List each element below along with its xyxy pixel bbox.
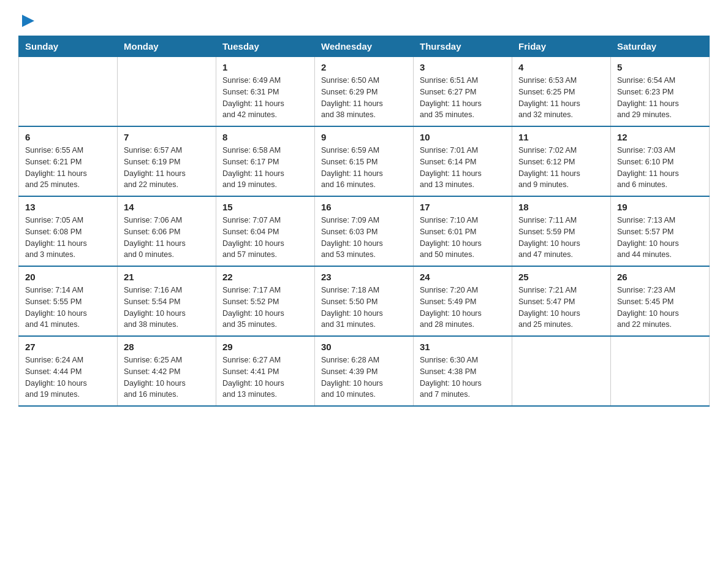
header-monday: Monday	[118, 36, 216, 57]
calendar-cell: 9Sunrise: 6:59 AMSunset: 6:15 PMDaylight…	[315, 126, 414, 196]
day-number: 29	[222, 342, 308, 352]
calendar-cell: 18Sunrise: 7:11 AMSunset: 5:59 PMDayligh…	[512, 196, 611, 266]
day-info: Sunrise: 7:14 AMSunset: 5:55 PMDaylight:…	[25, 285, 111, 331]
logo	[18, 12, 37, 29]
day-number: 17	[420, 202, 506, 212]
day-info: Sunrise: 7:06 AMSunset: 6:06 PMDaylight:…	[124, 215, 210, 261]
day-number: 4	[518, 62, 604, 72]
day-info: Sunrise: 7:20 AMSunset: 5:49 PMDaylight:…	[420, 285, 506, 331]
calendar-cell: 17Sunrise: 7:10 AMSunset: 6:01 PMDayligh…	[414, 196, 512, 266]
calendar-cell: 2Sunrise: 6:50 AMSunset: 6:29 PMDaylight…	[315, 57, 414, 127]
day-number: 10	[420, 132, 506, 142]
calendar-cell: 28Sunrise: 6:25 AMSunset: 4:42 PMDayligh…	[118, 336, 216, 406]
page-header	[18, 12, 710, 29]
day-number: 28	[124, 342, 210, 352]
calendar-cell: 12Sunrise: 7:03 AMSunset: 6:10 PMDayligh…	[611, 126, 710, 196]
day-number: 16	[321, 202, 407, 212]
day-number: 13	[25, 202, 111, 212]
calendar-cell: 11Sunrise: 7:02 AMSunset: 6:12 PMDayligh…	[512, 126, 611, 196]
calendar-cell: 30Sunrise: 6:28 AMSunset: 4:39 PMDayligh…	[315, 336, 414, 406]
calendar-cell: 23Sunrise: 7:18 AMSunset: 5:50 PMDayligh…	[315, 266, 414, 336]
calendar-cell: 6Sunrise: 6:55 AMSunset: 6:21 PMDaylight…	[19, 126, 118, 196]
day-info: Sunrise: 6:30 AMSunset: 4:38 PMDaylight:…	[420, 354, 506, 400]
calendar-cell: 27Sunrise: 6:24 AMSunset: 4:44 PMDayligh…	[19, 336, 118, 406]
day-info: Sunrise: 7:01 AMSunset: 6:14 PMDaylight:…	[420, 145, 506, 191]
day-info: Sunrise: 6:54 AMSunset: 6:23 PMDaylight:…	[617, 75, 703, 121]
day-info: Sunrise: 6:57 AMSunset: 6:19 PMDaylight:…	[124, 145, 210, 191]
day-number: 22	[222, 272, 308, 282]
calendar-cell: 25Sunrise: 7:21 AMSunset: 5:47 PMDayligh…	[512, 266, 611, 336]
day-info: Sunrise: 7:13 AMSunset: 5:57 PMDaylight:…	[617, 215, 703, 261]
day-number: 7	[124, 132, 210, 142]
day-info: Sunrise: 7:23 AMSunset: 5:45 PMDaylight:…	[617, 285, 703, 331]
day-info: Sunrise: 6:24 AMSunset: 4:44 PMDaylight:…	[25, 354, 111, 400]
day-info: Sunrise: 6:53 AMSunset: 6:25 PMDaylight:…	[518, 75, 604, 121]
week-row-5: 27Sunrise: 6:24 AMSunset: 4:44 PMDayligh…	[19, 336, 710, 406]
calendar-cell: 19Sunrise: 7:13 AMSunset: 5:57 PMDayligh…	[611, 196, 710, 266]
calendar-cell: 16Sunrise: 7:09 AMSunset: 6:03 PMDayligh…	[315, 196, 414, 266]
day-number: 15	[222, 202, 308, 212]
calendar-cell	[118, 57, 216, 127]
header-saturday: Saturday	[611, 36, 710, 57]
day-info: Sunrise: 6:49 AMSunset: 6:31 PMDaylight:…	[222, 75, 308, 121]
calendar-cell: 21Sunrise: 7:16 AMSunset: 5:54 PMDayligh…	[118, 266, 216, 336]
day-info: Sunrise: 7:10 AMSunset: 6:01 PMDaylight:…	[420, 215, 506, 261]
header-wednesday: Wednesday	[315, 36, 414, 57]
day-number: 11	[518, 132, 604, 142]
day-number: 12	[617, 132, 703, 142]
day-number: 25	[518, 272, 604, 282]
day-number: 21	[124, 272, 210, 282]
day-info: Sunrise: 7:03 AMSunset: 6:10 PMDaylight:…	[617, 145, 703, 191]
calendar-cell: 8Sunrise: 6:58 AMSunset: 6:17 PMDaylight…	[216, 126, 315, 196]
day-info: Sunrise: 7:05 AMSunset: 6:08 PMDaylight:…	[25, 215, 111, 261]
day-info: Sunrise: 7:11 AMSunset: 5:59 PMDaylight:…	[518, 215, 604, 261]
header-friday: Friday	[512, 36, 611, 57]
day-info: Sunrise: 7:18 AMSunset: 5:50 PMDaylight:…	[321, 285, 407, 331]
day-number: 19	[617, 202, 703, 212]
calendar-cell: 31Sunrise: 6:30 AMSunset: 4:38 PMDayligh…	[414, 336, 512, 406]
logo-triangle-icon	[20, 12, 37, 29]
day-number: 24	[420, 272, 506, 282]
week-row-4: 20Sunrise: 7:14 AMSunset: 5:55 PMDayligh…	[19, 266, 710, 336]
day-info: Sunrise: 7:07 AMSunset: 6:04 PMDaylight:…	[222, 215, 308, 261]
calendar-cell: 7Sunrise: 6:57 AMSunset: 6:19 PMDaylight…	[118, 126, 216, 196]
calendar-cell: 13Sunrise: 7:05 AMSunset: 6:08 PMDayligh…	[19, 196, 118, 266]
svg-marker-0	[22, 15, 34, 27]
day-number: 31	[420, 342, 506, 352]
header-tuesday: Tuesday	[216, 36, 315, 57]
day-info: Sunrise: 7:02 AMSunset: 6:12 PMDaylight:…	[518, 145, 604, 191]
calendar-cell: 22Sunrise: 7:17 AMSunset: 5:52 PMDayligh…	[216, 266, 315, 336]
day-info: Sunrise: 6:50 AMSunset: 6:29 PMDaylight:…	[321, 75, 407, 121]
day-info: Sunrise: 6:58 AMSunset: 6:17 PMDaylight:…	[222, 145, 308, 191]
week-row-3: 13Sunrise: 7:05 AMSunset: 6:08 PMDayligh…	[19, 196, 710, 266]
calendar-cell: 4Sunrise: 6:53 AMSunset: 6:25 PMDaylight…	[512, 57, 611, 127]
day-info: Sunrise: 7:16 AMSunset: 5:54 PMDaylight:…	[124, 285, 210, 331]
calendar-cell	[611, 336, 710, 406]
calendar-cell: 1Sunrise: 6:49 AMSunset: 6:31 PMDaylight…	[216, 57, 315, 127]
day-number: 3	[420, 62, 506, 72]
calendar-cell: 15Sunrise: 7:07 AMSunset: 6:04 PMDayligh…	[216, 196, 315, 266]
day-number: 18	[518, 202, 604, 212]
day-number: 26	[617, 272, 703, 282]
calendar-cell: 26Sunrise: 7:23 AMSunset: 5:45 PMDayligh…	[611, 266, 710, 336]
calendar-cell: 14Sunrise: 7:06 AMSunset: 6:06 PMDayligh…	[118, 196, 216, 266]
day-info: Sunrise: 6:28 AMSunset: 4:39 PMDaylight:…	[321, 354, 407, 400]
calendar-table: SundayMondayTuesdayWednesdayThursdayFrid…	[18, 36, 710, 407]
calendar-header-row: SundayMondayTuesdayWednesdayThursdayFrid…	[19, 36, 710, 57]
day-info: Sunrise: 7:21 AMSunset: 5:47 PMDaylight:…	[518, 285, 604, 331]
calendar-cell: 24Sunrise: 7:20 AMSunset: 5:49 PMDayligh…	[414, 266, 512, 336]
day-number: 20	[25, 272, 111, 282]
day-info: Sunrise: 6:51 AMSunset: 6:27 PMDaylight:…	[420, 75, 506, 121]
calendar-cell: 20Sunrise: 7:14 AMSunset: 5:55 PMDayligh…	[19, 266, 118, 336]
day-info: Sunrise: 7:09 AMSunset: 6:03 PMDaylight:…	[321, 215, 407, 261]
day-info: Sunrise: 6:25 AMSunset: 4:42 PMDaylight:…	[124, 354, 210, 400]
header-sunday: Sunday	[19, 36, 118, 57]
calendar-cell: 3Sunrise: 6:51 AMSunset: 6:27 PMDaylight…	[414, 57, 512, 127]
calendar-cell	[512, 336, 611, 406]
week-row-1: 1Sunrise: 6:49 AMSunset: 6:31 PMDaylight…	[19, 57, 710, 127]
day-number: 8	[222, 132, 308, 142]
day-info: Sunrise: 7:17 AMSunset: 5:52 PMDaylight:…	[222, 285, 308, 331]
day-info: Sunrise: 6:55 AMSunset: 6:21 PMDaylight:…	[25, 145, 111, 191]
calendar-cell: 5Sunrise: 6:54 AMSunset: 6:23 PMDaylight…	[611, 57, 710, 127]
day-number: 27	[25, 342, 111, 352]
